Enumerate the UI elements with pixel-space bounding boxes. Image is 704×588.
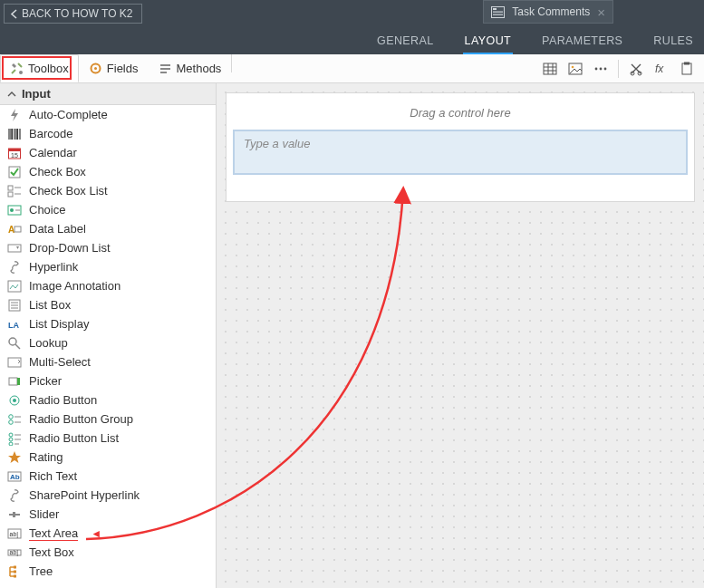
svg-rect-53 [14, 565, 16, 568]
textarea-placeholder: Type a value [244, 137, 310, 150]
toolbox-item-sharepoint-hyperlink[interactable]: SharePoint Hyperlink [0, 486, 216, 505]
toolbox-item-rating[interactable]: Rating [0, 448, 216, 467]
datalabel-icon: A [7, 222, 22, 236]
textarea-control[interactable]: Type a value [234, 130, 687, 174]
toolbox-item-lookup[interactable]: Lookup [0, 333, 216, 352]
svg-rect-1 [493, 8, 497, 10]
toolbox-item-check-box[interactable]: Check Box [0, 162, 216, 181]
toolbox-item-slider[interactable]: Slider [0, 505, 216, 524]
main-area: Input Auto-CompleteBarcode15CalendarChec… [0, 83, 704, 588]
toolbox-item-image-annotation[interactable]: Image Annotation [0, 276, 216, 295]
svg-rect-20 [684, 62, 690, 64]
toolbox-item-calendar[interactable]: 15Calendar [0, 143, 216, 162]
svg-point-45 [9, 442, 13, 446]
svg-point-14 [600, 67, 603, 70]
insert-table-icon[interactable] [542, 61, 558, 77]
left-panel-tabs: Toolbox Fields Methods [0, 54, 231, 82]
choice-icon [7, 203, 22, 217]
toolbox-item-check-box-list[interactable]: Check Box List [0, 181, 216, 200]
toolbox-item-radio-button[interactable]: Radio Button [0, 390, 216, 410]
toolbox-item-list[interactable]: Auto-CompleteBarcode15CalendarCheck BoxC… [0, 105, 216, 588]
toolbox-item-label: Picker [29, 374, 62, 388]
toolbox-item-label: Check Box [29, 165, 86, 178]
svg-text:LA: LA [8, 321, 19, 330]
toolbox-item-barcode[interactable]: Barcode [0, 124, 216, 143]
svg-point-12 [572, 65, 574, 68]
back-button[interactable]: BACK TO HOW TO K2 [4, 4, 142, 24]
designer-tab-chip[interactable]: Task Comments × [483, 0, 613, 24]
toolbox-item-label: Choice [29, 203, 65, 217]
toolbox-item-data-label[interactable]: AData Label [0, 219, 216, 238]
slider-icon [7, 507, 22, 522]
tab-methods[interactable]: Methods [149, 54, 232, 82]
toolbox-item-picker[interactable]: Picker [0, 371, 216, 390]
toolbar-separator [231, 54, 232, 72]
toolbox-item-rich-text[interactable]: AbRich Text [0, 467, 216, 486]
svg-rect-2 [493, 11, 503, 12]
radiolist-icon [7, 431, 22, 446]
expression-icon[interactable]: fx [653, 61, 670, 77]
svg-rect-30 [14, 227, 21, 232]
svg-point-6 [94, 67, 97, 70]
paste-icon[interactable] [679, 61, 695, 77]
toolbox-item-text-area[interactable]: ab|Text Area◄ [0, 524, 216, 543]
toolbox-item-label: Text Area [29, 526, 78, 541]
toolbox-item-label: Text Box [29, 545, 74, 559]
toolbox-item-label: Data Label [29, 222, 86, 236]
toolbox-item-label: Radio Button Group [29, 412, 133, 426]
tools-icon [10, 62, 24, 75]
nav-rules[interactable]: RULES [651, 29, 695, 54]
toolbox-item-text-box[interactable]: ab|Text Box [0, 543, 216, 562]
toolbox-item-choice[interactable]: Choice [0, 200, 216, 219]
svg-rect-19 [682, 63, 691, 74]
multiselect-icon [7, 355, 22, 370]
toolbox-item-tree[interactable]: Tree [0, 562, 216, 581]
cut-icon[interactable] [628, 61, 644, 77]
svg-rect-48 [13, 512, 15, 517]
toolbox-item-radio-button-list[interactable]: Radio Button List [0, 429, 216, 448]
svg-rect-31 [8, 245, 21, 252]
category-input-header[interactable]: Input [0, 83, 216, 105]
tab-fields[interactable]: Fields [79, 54, 149, 82]
chevron-left-icon [10, 9, 18, 19]
toolbox-item-auto-complete[interactable]: Auto-Complete [0, 105, 216, 124]
more-icon[interactable] [593, 61, 609, 77]
close-icon[interactable]: × [597, 5, 605, 20]
insert-image-icon[interactable] [567, 61, 583, 77]
toolbox-item-label: Tree [29, 564, 53, 578]
toolbox-item-radio-button-group[interactable]: Radio Button Group [0, 410, 216, 429]
bolt-icon [7, 108, 22, 122]
textbox-icon: ab| [7, 545, 22, 560]
radio-icon [7, 393, 22, 408]
checkbox-icon [7, 165, 22, 179]
svg-point-35 [9, 338, 16, 345]
toolbox-item-drop-down-list[interactable]: Drop-Down List [0, 238, 216, 257]
toolbox-item-label: Rating [29, 450, 63, 464]
picker-icon [7, 374, 22, 389]
toolbox-item-list-box[interactable]: List Box [0, 295, 216, 314]
svg-point-13 [595, 67, 598, 70]
toolbar-separator [618, 60, 619, 78]
toolbox-item-label: SharePoint Hyperlink [29, 488, 140, 502]
nav-layout[interactable]: LAYOUT [463, 29, 514, 54]
design-canvas[interactable]: Drag a control here Type a value [217, 83, 704, 588]
richtext-icon: Ab [7, 469, 22, 484]
calendar-icon: 15 [7, 146, 22, 160]
toolbox-item-label: List Box [29, 298, 71, 312]
toolbox-item-multi-select[interactable]: Multi-Select [0, 352, 216, 371]
designer-tab-title: Task Comments [512, 5, 590, 18]
tab-toolbox[interactable]: Toolbox [0, 54, 79, 82]
layout-toolbar: fx [533, 54, 704, 82]
nav-general[interactable]: GENERAL [375, 29, 436, 54]
toolbox-item-label: Image Annotation [29, 279, 121, 293]
svg-rect-7 [160, 64, 170, 66]
back-label: BACK TO HOW TO K2 [22, 7, 132, 20]
radiogroup-icon [7, 412, 22, 427]
toolbox-item-hyperlink[interactable]: Hyperlink [0, 257, 216, 276]
nav-parameters[interactable]: PARAMETERS [540, 29, 624, 54]
form-surface[interactable]: Drag a control here Type a value [226, 92, 695, 202]
toolbox-item-label: Slider [29, 507, 59, 521]
toolbox-item-list-display[interactable]: LAList Display [0, 314, 216, 333]
category-label: Input [22, 87, 51, 101]
link-icon [7, 488, 22, 503]
